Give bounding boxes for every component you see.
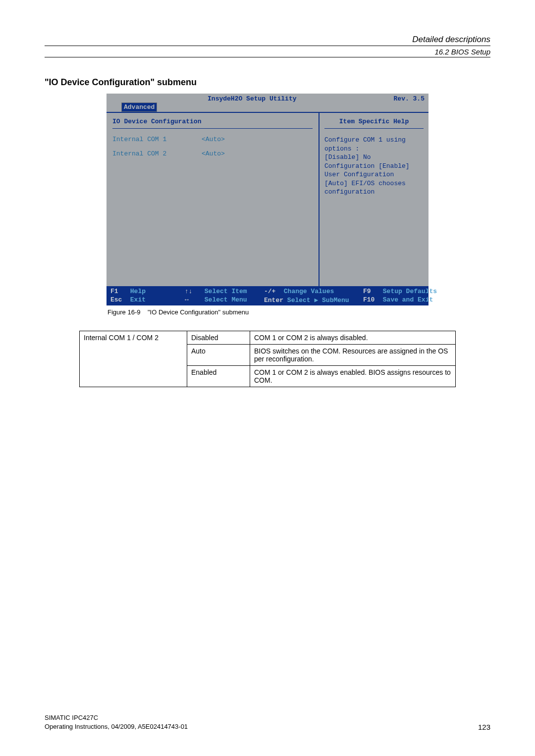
lbl-exit: Exit — [130, 296, 146, 303]
figure-text: "IO Device Configuration" submenu — [148, 308, 249, 316]
lbl-select-item: Select Item — [205, 288, 247, 295]
cell-desc: COM 1 or COM 2 is always enabled. BIOS a… — [250, 366, 456, 387]
bios-item-label: Internal COM 2 — [112, 150, 202, 157]
table-row: Internal COM 1 / COM 2 Disabled COM 1 or… — [80, 331, 456, 345]
section-title: "IO Device Configuration" submenu — [45, 77, 490, 88]
bios-body: IO Device Configuration Internal COM 1 <… — [107, 112, 428, 286]
cell-desc: BIOS switches on the COM. Resources are … — [250, 345, 456, 366]
key-leftright: ↔ — [185, 296, 201, 303]
lbl-save-exit: Save and Exit — [383, 296, 433, 303]
bios-item-com2[interactable]: Internal COM 2 <Auto> — [112, 150, 313, 157]
bios-help-text: Configure COM 1 using options : [Disable… — [324, 136, 424, 197]
key-enter: Enter — [264, 297, 283, 304]
bios-item-com1[interactable]: Internal COM 1 <Auto> — [112, 136, 313, 143]
help-line: Configure COM 1 using — [324, 136, 424, 145]
help-line: Configuration [Enable] — [324, 162, 424, 171]
bios-title: InsydeH2O Setup Utility — [208, 95, 296, 102]
bios-item-value: <Auto> — [202, 136, 225, 143]
tab-advanced[interactable]: Advanced — [121, 102, 157, 112]
lbl-select-menu: Select Menu — [205, 296, 247, 303]
parameter-table: Internal COM 1 / COM 2 Disabled COM 1 or… — [79, 331, 456, 387]
bios-menu-tabs: Advanced — [107, 102, 428, 112]
cell-option: Auto — [187, 345, 250, 366]
key-f9: F9 — [363, 288, 379, 295]
footer-docinfo: Operating Instructions, 04/2009, A5E0241… — [45, 722, 188, 731]
bios-main-pane: IO Device Configuration Internal COM 1 <… — [107, 113, 320, 286]
bios-title-bar: InsydeH2O Setup Utility Rev. 3.5 — [107, 94, 428, 102]
help-line: configuration — [324, 188, 424, 197]
figure-caption: Figure 16-9 "IO Device Configuration" su… — [107, 308, 428, 316]
bios-help-title: Item Specific Help — [324, 118, 424, 129]
bios-help-pane: Item Specific Help Configure COM 1 using… — [320, 113, 428, 286]
key-plusminus: -/+ — [264, 288, 280, 295]
cell-option: Enabled — [187, 366, 250, 387]
bios-screenshot: InsydeH2O Setup Utility Rev. 3.5 Advance… — [107, 94, 428, 316]
footer-product: SIMATIC IPC427C — [45, 713, 188, 722]
bios-rev: Rev. 3.5 — [394, 95, 425, 102]
page-header: Detailed descriptions 16.2 BIOS Setup — [45, 35, 490, 57]
bios-item-label: Internal COM 1 — [112, 136, 202, 143]
lbl-setup-defaults: Setup Defaults — [383, 288, 437, 295]
bios-item-value: <Auto> — [202, 150, 225, 157]
lbl-change-values: Change Values — [284, 288, 334, 295]
cell-item: Internal COM 1 / COM 2 — [80, 331, 187, 387]
help-line: [Disable] No — [324, 153, 424, 162]
key-f1: F1 — [110, 288, 126, 295]
help-line: options : — [324, 145, 359, 152]
bios-pane-title: IO Device Configuration — [112, 118, 201, 125]
key-updown: ↑↓ — [185, 288, 201, 295]
cell-desc: COM 1 or COM 2 is always disabled. — [250, 331, 456, 345]
bios-footer: F1 Help ↑↓ Select Item -/+ Change Values… — [107, 286, 428, 305]
figure-number: Figure 16-9 — [107, 308, 140, 316]
help-line: User Configuration — [324, 170, 424, 179]
page-number: 123 — [478, 723, 490, 731]
footer-left: SIMATIC IPC427C Operating Instructions, … — [45, 713, 188, 731]
lbl-select-submenu: Select ▶ SubMenu — [287, 297, 349, 304]
cell-option: Disabled — [187, 331, 250, 345]
page-footer: SIMATIC IPC427C Operating Instructions, … — [45, 713, 490, 731]
header-section: 16.2 BIOS Setup — [45, 46, 490, 56]
key-f10: F10 — [363, 296, 379, 303]
header-chapter: Detailed descriptions — [45, 35, 490, 45]
key-esc: Esc — [110, 296, 126, 303]
help-line: [Auto] EFI/OS chooses — [324, 179, 424, 188]
bios-window: InsydeH2O Setup Utility Rev. 3.5 Advance… — [107, 94, 428, 305]
lbl-help: Help — [130, 288, 146, 295]
